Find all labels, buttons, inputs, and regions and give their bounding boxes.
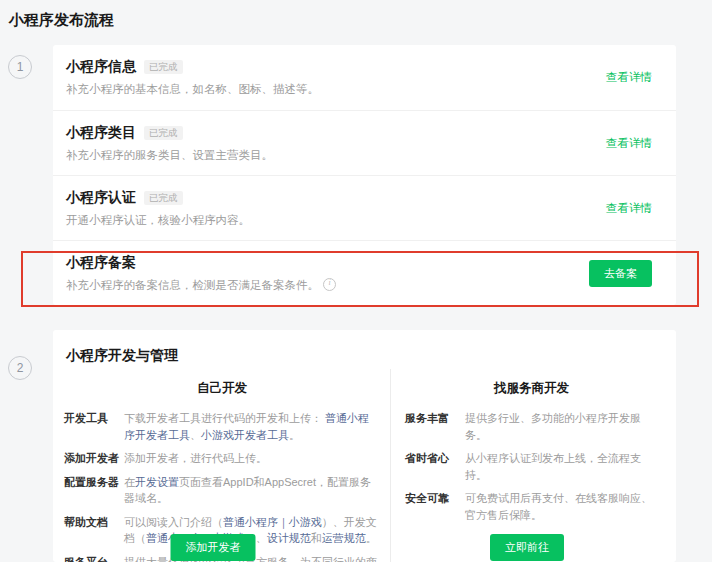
status-badge: 已完成 xyxy=(144,60,183,74)
release-steps-card: 小程序信息 已完成 补充小程序的基本信息，如名称、图标、描述等。 查看详情 小程… xyxy=(53,45,676,305)
row-description: 开通小程序认证，核验小程序内容。 xyxy=(66,213,250,228)
row-label: 开发工具 xyxy=(64,410,124,443)
view-details-link[interactable]: 查看详情 xyxy=(606,136,652,151)
column-header: 自己开发 xyxy=(64,380,380,397)
service-rich-row: 服务丰富 提供多行业、多功能的小程序开发服务。 xyxy=(405,410,658,443)
row-description: 补充小程序的基本信息，如名称、图标、描述等。 xyxy=(66,82,319,97)
step-row-category: 小程序类目 已完成 补充小程序的服务类目、设置主营类目。 查看详情 xyxy=(53,110,676,175)
text-segment: 添加开发者，进行代码上传。 xyxy=(124,452,267,464)
row-title: 小程序信息 xyxy=(66,58,136,76)
step-2-indicator: 2 xyxy=(8,356,32,380)
status-badge: 已完成 xyxy=(144,191,183,205)
row-description: 补充小程序的服务类目、设置主营类目。 xyxy=(66,148,273,163)
row-label: 添加开发者 xyxy=(64,450,124,467)
row-label: 帮助文档 xyxy=(64,514,124,547)
step-number: 1 xyxy=(17,60,24,74)
row-label: 省时省心 xyxy=(405,450,465,483)
dev-tools-row: 开发工具 下载开发者工具进行代码的开发和上传： 普通小程序开发者工具、小游戏开发… xyxy=(64,410,380,443)
row-text: 提供多行业、多功能的小程序开发服务。 xyxy=(465,410,658,443)
inline-link[interactable]: 开发设置 xyxy=(135,476,179,488)
column-header: 找服务商开发 xyxy=(405,380,658,397)
go-beian-button[interactable]: 去备案 xyxy=(589,260,652,287)
section-title: 小程序开发与管理 xyxy=(53,330,676,365)
row-main: 小程序信息 已完成 补充小程序的基本信息，如名称、图标、描述等。 xyxy=(66,58,319,97)
inline-link[interactable]: 普通小程序｜小游戏 xyxy=(223,516,322,528)
step-row-beian: 小程序备案 补充小程序的备案信息，检测是否满足备案条件。 去备案 xyxy=(53,240,676,305)
inline-link[interactable]: 运营规范 xyxy=(322,532,366,544)
view-details-link[interactable]: 查看详情 xyxy=(606,201,652,216)
row-main: 小程序类目 已完成 补充小程序的服务类目、设置主营类目。 xyxy=(66,124,273,163)
row-main: 小程序备案 补充小程序的备案信息，检测是否满足备案条件。 xyxy=(66,254,336,293)
row-text: 可免费试用后再支付、在线客服响应、官方售后保障。 xyxy=(465,490,658,523)
secure-reliable-row: 安全可靠 可免费试用后再支付、在线客服响应、官方售后保障。 xyxy=(405,490,658,523)
text-segment: 可以阅读入门介绍（ xyxy=(124,516,223,528)
configure-server-row: 配置服务器 在开发设置页面查看AppID和AppSecret，配置服务器域名。 xyxy=(64,474,380,507)
row-main: 小程序认证 已完成 开通小程序认证，核验小程序内容。 xyxy=(66,189,250,228)
row-text: 在开发设置页面查看AppID和AppSecret，配置服务器域名。 xyxy=(124,474,380,507)
add-developer-row: 添加开发者 添加开发者，进行代码上传。 xyxy=(64,450,380,467)
row-title: 小程序类目 xyxy=(66,124,136,142)
row-description-text: 补充小程序的备案信息，检测是否满足备案条件。 xyxy=(66,279,319,291)
page-title: 小程序发布流程 xyxy=(9,11,114,30)
text-segment: 下载开发者工具进行代码的开发和上传： xyxy=(124,412,325,424)
row-description: 补充小程序的备案信息，检测是否满足备案条件。 xyxy=(66,278,336,293)
step-number: 2 xyxy=(17,361,24,375)
inline-link[interactable]: 小游戏开发者工具 xyxy=(201,429,289,441)
row-text: 添加开发者，进行代码上传。 xyxy=(124,450,380,467)
add-developer-button[interactable]: 添加开发者 xyxy=(171,534,256,561)
time-saving-row: 省时省心 从小程序认证到发布上线，全流程支持。 xyxy=(405,450,658,483)
step-row-verification: 小程序认证 已完成 开通小程序认证，核验小程序内容。 查看详情 xyxy=(53,175,676,240)
text-segment: 、 xyxy=(190,429,201,441)
row-title: 小程序备案 xyxy=(66,254,136,272)
row-text: 从小程序认证到发布上线，全流程支持。 xyxy=(465,450,658,483)
text-segment: 在 xyxy=(124,476,135,488)
row-label: 服务平台 xyxy=(64,554,124,562)
go-now-button[interactable]: 立即前往 xyxy=(490,534,564,561)
text-segment: 。 xyxy=(289,429,300,441)
development-management-card: 小程序开发与管理 自己开发 开发工具 下载开发者工具进行代码的开发和上传： 普通… xyxy=(53,330,676,562)
view-details-link[interactable]: 查看详情 xyxy=(606,70,652,85)
row-text: 下载开发者工具进行代码的开发和上传： 普通小程序开发者工具、小游戏开发者工具。 xyxy=(124,410,380,443)
inline-link[interactable]: 设计规范 xyxy=(267,532,311,544)
row-label: 安全可靠 xyxy=(405,490,465,523)
step-row-info: 小程序信息 已完成 补充小程序的基本信息，如名称、图标、描述等。 查看详情 xyxy=(53,45,676,110)
step-1-indicator: 1 xyxy=(8,55,32,79)
text-segment: 和 xyxy=(311,532,322,544)
text-segment: 。 xyxy=(366,532,377,544)
row-label: 配置服务器 xyxy=(64,474,124,507)
info-icon[interactable] xyxy=(323,278,336,291)
mini-program-release-page: 小程序发布流程 1 小程序信息 已完成 补充小程序的基本信息，如名称、图标、描述… xyxy=(0,0,712,562)
status-badge: 已完成 xyxy=(144,126,183,140)
row-label: 服务丰富 xyxy=(405,410,465,443)
development-columns: 自己开发 开发工具 下载开发者工具进行代码的开发和上传： 普通小程序开发者工具、… xyxy=(53,369,676,562)
row-title: 小程序认证 xyxy=(66,189,136,207)
